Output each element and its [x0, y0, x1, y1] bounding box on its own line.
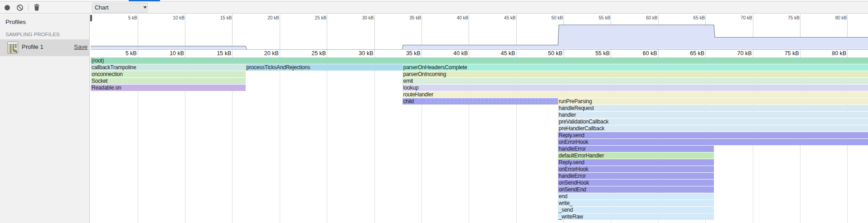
svg-text:%: %	[13, 49, 17, 54]
